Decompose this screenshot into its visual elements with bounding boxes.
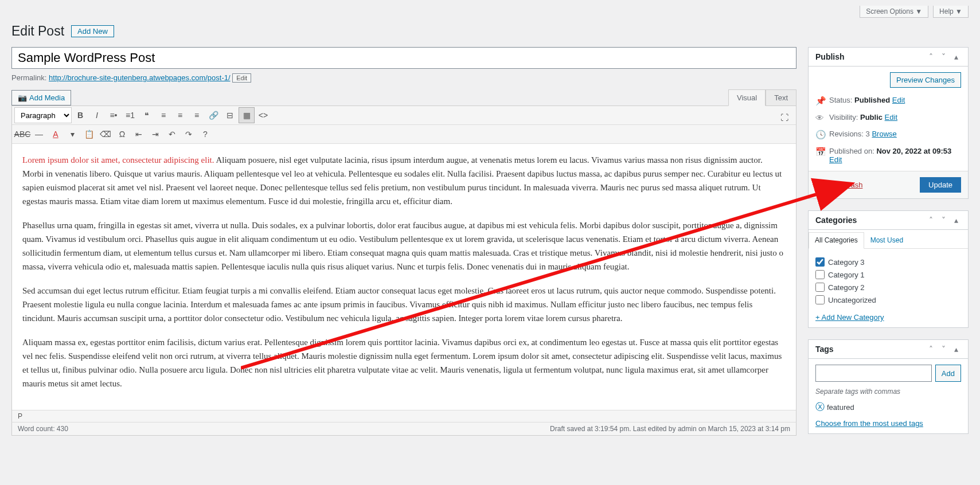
- published-label: Published on:: [829, 147, 874, 155]
- undo-icon[interactable]: ↶: [164, 126, 180, 142]
- post-title-input[interactable]: [11, 47, 797, 69]
- tags-box: Tags ˄˅▴ Add Separate tags with commas ⓧ…: [808, 339, 969, 434]
- text-color-dropdown-icon[interactable]: ▾: [64, 126, 80, 142]
- add-tag-button[interactable]: Add: [935, 365, 961, 382]
- align-center-icon[interactable]: ≡: [172, 107, 188, 123]
- help-icon[interactable]: ?: [197, 126, 213, 142]
- eye-icon: 👁: [815, 113, 825, 123]
- editor-box: Paragraph B I ≡• ≡1 ❝ ≡ ≡ ≡ 🔗 ⊟ ▦ <> ⛶ A…: [11, 105, 797, 423]
- publish-box: Publish ˄ ˅ ▴ Preview Changes 📌 Status: …: [808, 47, 969, 199]
- category-item[interactable]: Category 2: [815, 281, 961, 294]
- move-up-icon[interactable]: ˄: [926, 52, 936, 61]
- content-p3: Sed accumsan dui eget lectus rutrum effi…: [22, 284, 786, 325]
- editor-status-path: P: [12, 410, 796, 422]
- move-up-icon[interactable]: ˄: [926, 216, 936, 225]
- revisions-browse-link[interactable]: Browse: [872, 130, 896, 138]
- text-color-icon[interactable]: A: [48, 126, 64, 142]
- visibility-value: Public: [860, 113, 883, 122]
- camera-icon: 📷: [18, 93, 27, 102]
- strikethrough-icon[interactable]: ABC: [14, 126, 30, 142]
- link-icon[interactable]: 🔗: [205, 107, 221, 123]
- move-to-trash-link[interactable]: Move to Trash: [815, 181, 862, 189]
- category-item[interactable]: Uncategorized: [815, 294, 961, 306]
- move-up-icon[interactable]: ˄: [926, 345, 936, 354]
- revisions-label: Revisions:: [829, 130, 864, 138]
- status-edit-link[interactable]: Edit: [892, 96, 905, 104]
- editor-toolbar-row-1: Paragraph B I ≡• ≡1 ❝ ≡ ≡ ≡ 🔗 ⊟ ▦ <> ⛶: [12, 106, 796, 125]
- indent-icon[interactable]: ⇥: [147, 126, 163, 142]
- format-select[interactable]: Paragraph: [14, 107, 72, 123]
- code-icon[interactable]: <>: [255, 107, 271, 123]
- editor-toolbar-row-2: ABC — A ▾ 📋 ⌫ Ω ⇤ ⇥ ↶ ↷ ?: [12, 125, 796, 144]
- toggle-icon[interactable]: ▴: [951, 345, 961, 354]
- calendar-icon: 📅: [815, 147, 825, 157]
- add-media-button[interactable]: 📷 Add Media: [11, 90, 71, 105]
- permalink-url-link[interactable]: http://brochure-site-gutenberg.atwebpage…: [49, 73, 231, 82]
- move-down-icon[interactable]: ˅: [938, 52, 948, 61]
- pin-icon: 📌: [815, 96, 825, 106]
- tags-heading: Tags: [815, 345, 834, 354]
- hr-icon[interactable]: —: [31, 126, 47, 142]
- outdent-icon[interactable]: ⇤: [131, 126, 147, 142]
- category-checkbox[interactable]: [815, 257, 825, 267]
- clear-format-icon[interactable]: ⌫: [97, 126, 114, 142]
- add-new-category-link[interactable]: + Add New Category: [815, 313, 961, 322]
- permalink-edit-button[interactable]: Edit: [232, 73, 251, 83]
- move-down-icon[interactable]: ˅: [938, 345, 948, 354]
- editor-content-area[interactable]: Lorem ipsum dolor sit amet, consectetur …: [12, 144, 796, 410]
- toggle-icon[interactable]: ▴: [951, 52, 961, 61]
- visibility-edit-link[interactable]: Edit: [885, 113, 897, 122]
- help-button[interactable]: Help ▼: [933, 6, 969, 18]
- word-count: Word count: 430: [18, 425, 68, 433]
- screen-options-button[interactable]: Screen Options ▼: [860, 6, 928, 18]
- update-button[interactable]: Update: [920, 177, 961, 193]
- tag-input[interactable]: [815, 365, 932, 382]
- move-down-icon[interactable]: ˅: [938, 216, 948, 225]
- add-new-post-button[interactable]: Add New: [71, 25, 114, 37]
- paste-text-icon[interactable]: 📋: [81, 126, 97, 142]
- save-status: Draft saved at 3:19:54 pm. Last edited b…: [550, 425, 790, 433]
- published-value: Nov 20, 2022 at 09:53: [876, 147, 951, 155]
- align-left-icon[interactable]: ≡: [155, 107, 171, 123]
- number-list-icon[interactable]: ≡1: [122, 107, 138, 123]
- tab-most-used[interactable]: Most Used: [864, 232, 909, 248]
- status-value: Published: [854, 96, 890, 104]
- category-label: Category 1: [828, 271, 865, 279]
- readmore-icon[interactable]: ⊟: [222, 107, 238, 123]
- special-char-icon[interactable]: Ω: [114, 126, 130, 142]
- bold-icon[interactable]: B: [72, 107, 88, 123]
- category-item[interactable]: Category 1: [815, 268, 961, 281]
- revisions-icon: 🕓: [815, 130, 825, 140]
- align-right-icon[interactable]: ≡: [189, 107, 205, 123]
- status-label: Status:: [829, 96, 852, 104]
- content-red-span: Lorem ipsum dolor sit amet, consectetur …: [22, 155, 214, 165]
- redo-icon[interactable]: ↷: [181, 126, 197, 142]
- categories-box: Categories ˄˅▴ All Categories Most Used …: [808, 210, 969, 328]
- tab-text[interactable]: Text: [766, 89, 797, 105]
- category-label: Category 3: [828, 258, 865, 267]
- fullscreen-icon[interactable]: ⛶: [776, 109, 792, 126]
- category-checkbox[interactable]: [815, 270, 825, 279]
- toolbar-toggle-icon[interactable]: ▦: [239, 107, 255, 123]
- toggle-icon[interactable]: ▴: [951, 216, 961, 225]
- tag-hint: Separate tags with commas: [815, 388, 961, 396]
- page-title: Edit Post: [11, 24, 64, 39]
- add-media-label: Add Media: [29, 93, 65, 102]
- blockquote-icon[interactable]: ❝: [139, 107, 155, 123]
- tab-all-categories[interactable]: All Categories: [809, 232, 864, 249]
- italic-icon[interactable]: I: [89, 107, 105, 123]
- choose-tags-link[interactable]: Choose from the most used tags: [815, 419, 923, 428]
- category-checkbox[interactable]: [815, 295, 825, 304]
- category-item[interactable]: Category 3: [815, 256, 961, 268]
- permalink-label: Permalink:: [11, 73, 46, 82]
- category-label: Category 2: [828, 283, 865, 292]
- published-edit-link[interactable]: Edit: [829, 155, 842, 164]
- preview-changes-button[interactable]: Preview Changes: [890, 72, 961, 88]
- remove-tag-icon[interactable]: ⓧ: [815, 401, 825, 413]
- category-checkbox[interactable]: [815, 283, 825, 292]
- bullet-list-icon[interactable]: ≡•: [106, 107, 122, 123]
- category-label: Uncategorized: [828, 296, 876, 304]
- visibility-label: Visibility:: [829, 113, 858, 122]
- categories-heading: Categories: [815, 216, 857, 225]
- tab-visual[interactable]: Visual: [728, 89, 766, 106]
